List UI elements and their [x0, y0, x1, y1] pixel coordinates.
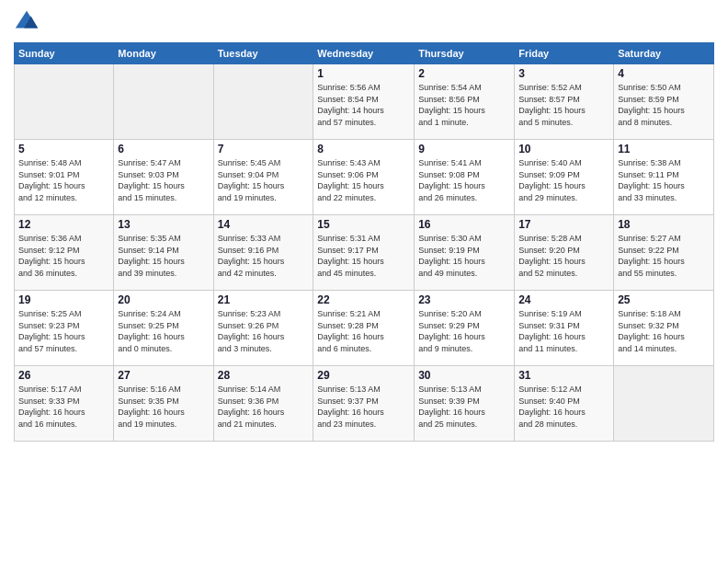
day-number: 11 — [618, 143, 710, 155]
calendar-cell — [614, 366, 714, 442]
day-info: Sunrise: 5:23 AMSunset: 9:26 PMDaylight:… — [218, 308, 310, 354]
day-number: 18 — [618, 218, 710, 231]
day-info: Sunrise: 5:31 AMSunset: 9:17 PMDaylight:… — [317, 233, 410, 279]
calendar-cell: 9Sunrise: 5:41 AMSunset: 9:08 PMDaylight… — [415, 140, 515, 215]
day-number: 22 — [317, 293, 410, 306]
week-row-4: 19Sunrise: 5:25 AMSunset: 9:23 PMDayligh… — [15, 291, 714, 366]
day-number: 27 — [118, 369, 209, 382]
day-info: Sunrise: 5:20 AMSunset: 9:29 PMDaylight:… — [418, 308, 510, 354]
day-info: Sunrise: 5:17 AMSunset: 9:33 PMDaylight:… — [18, 384, 109, 430]
day-number: 8 — [317, 143, 410, 155]
calendar-cell: 5Sunrise: 5:48 AMSunset: 9:01 PMDaylight… — [15, 140, 114, 215]
week-row-1: 1Sunrise: 5:56 AMSunset: 8:54 PMDaylight… — [15, 64, 714, 140]
day-info: Sunrise: 5:28 AMSunset: 9:20 PMDaylight:… — [518, 233, 609, 279]
logo-icon — [14, 9, 40, 35]
day-info: Sunrise: 5:56 AMSunset: 8:54 PMDaylight:… — [317, 82, 410, 128]
day-number: 19 — [18, 293, 109, 306]
day-number: 9 — [418, 143, 510, 155]
day-info: Sunrise: 5:50 AMSunset: 8:59 PMDaylight:… — [618, 82, 710, 128]
day-info: Sunrise: 5:35 AMSunset: 9:14 PMDaylight:… — [118, 233, 209, 279]
day-number: 13 — [118, 218, 209, 231]
calendar-cell: 31Sunrise: 5:12 AMSunset: 9:40 PMDayligh… — [515, 366, 614, 442]
day-info: Sunrise: 5:14 AMSunset: 9:36 PMDaylight:… — [218, 384, 310, 430]
day-info: Sunrise: 5:40 AMSunset: 9:09 PMDaylight:… — [518, 157, 609, 203]
calendar-cell: 21Sunrise: 5:23 AMSunset: 9:26 PMDayligh… — [213, 291, 313, 366]
day-info: Sunrise: 5:13 AMSunset: 9:39 PMDaylight:… — [418, 384, 510, 430]
logo — [14, 9, 41, 35]
calendar-cell: 11Sunrise: 5:38 AMSunset: 9:11 PMDayligh… — [614, 140, 714, 215]
calendar-cell: 30Sunrise: 5:13 AMSunset: 9:39 PMDayligh… — [415, 366, 515, 442]
calendar-cell: 15Sunrise: 5:31 AMSunset: 9:17 PMDayligh… — [313, 215, 415, 291]
day-info: Sunrise: 5:48 AMSunset: 9:01 PMDaylight:… — [18, 157, 109, 203]
calendar-cell: 27Sunrise: 5:16 AMSunset: 9:35 PMDayligh… — [114, 366, 213, 442]
day-info: Sunrise: 5:18 AMSunset: 9:32 PMDaylight:… — [618, 308, 710, 354]
page: SundayMondayTuesdayWednesdayThursdayFrid… — [0, 0, 728, 563]
day-info: Sunrise: 5:19 AMSunset: 9:31 PMDaylight:… — [518, 308, 609, 354]
calendar-cell: 17Sunrise: 5:28 AMSunset: 9:20 PMDayligh… — [515, 215, 614, 291]
day-number: 5 — [18, 143, 109, 155]
day-number: 12 — [18, 218, 109, 231]
day-number: 14 — [218, 218, 310, 231]
day-header-thursday: Thursday — [415, 43, 515, 64]
day-info: Sunrise: 5:25 AMSunset: 9:23 PMDaylight:… — [18, 308, 109, 354]
calendar-cell: 12Sunrise: 5:36 AMSunset: 9:12 PMDayligh… — [15, 215, 114, 291]
day-info: Sunrise: 5:12 AMSunset: 9:40 PMDaylight:… — [518, 384, 609, 430]
day-number: 25 — [618, 293, 710, 306]
calendar-cell: 23Sunrise: 5:20 AMSunset: 9:29 PMDayligh… — [415, 291, 515, 366]
calendar-cell: 18Sunrise: 5:27 AMSunset: 9:22 PMDayligh… — [614, 215, 714, 291]
calendar-cell: 24Sunrise: 5:19 AMSunset: 9:31 PMDayligh… — [515, 291, 614, 366]
day-header-friday: Friday — [515, 43, 614, 64]
day-number: 3 — [518, 67, 609, 80]
day-number: 29 — [317, 369, 410, 382]
calendar-cell: 10Sunrise: 5:40 AMSunset: 9:09 PMDayligh… — [515, 140, 614, 215]
day-info: Sunrise: 5:38 AMSunset: 9:11 PMDaylight:… — [618, 157, 710, 203]
day-info: Sunrise: 5:21 AMSunset: 9:28 PMDaylight:… — [317, 308, 410, 354]
calendar-cell — [213, 64, 313, 140]
day-number: 1 — [317, 67, 410, 80]
day-info: Sunrise: 5:41 AMSunset: 9:08 PMDaylight:… — [418, 157, 510, 203]
calendar-cell: 7Sunrise: 5:45 AMSunset: 9:04 PMDaylight… — [213, 140, 313, 215]
day-number: 6 — [118, 143, 209, 155]
day-info: Sunrise: 5:33 AMSunset: 9:16 PMDaylight:… — [218, 233, 310, 279]
day-info: Sunrise: 5:43 AMSunset: 9:06 PMDaylight:… — [317, 157, 410, 203]
day-number: 4 — [618, 67, 710, 80]
calendar-cell — [114, 64, 213, 140]
day-header-saturday: Saturday — [614, 43, 714, 64]
week-row-5: 26Sunrise: 5:17 AMSunset: 9:33 PMDayligh… — [15, 366, 714, 442]
calendar-cell: 19Sunrise: 5:25 AMSunset: 9:23 PMDayligh… — [15, 291, 114, 366]
calendar-cell: 26Sunrise: 5:17 AMSunset: 9:33 PMDayligh… — [15, 366, 114, 442]
calendar-cell: 29Sunrise: 5:13 AMSunset: 9:37 PMDayligh… — [313, 366, 415, 442]
calendar-cell: 13Sunrise: 5:35 AMSunset: 9:14 PMDayligh… — [114, 215, 213, 291]
day-number: 7 — [218, 143, 310, 155]
day-info: Sunrise: 5:47 AMSunset: 9:03 PMDaylight:… — [118, 157, 209, 203]
day-number: 21 — [218, 293, 310, 306]
day-number: 24 — [518, 293, 609, 306]
day-number: 17 — [518, 218, 609, 231]
week-row-2: 5Sunrise: 5:48 AMSunset: 9:01 PMDaylight… — [15, 140, 714, 215]
day-number: 16 — [418, 218, 510, 231]
day-number: 31 — [518, 369, 609, 382]
week-row-3: 12Sunrise: 5:36 AMSunset: 9:12 PMDayligh… — [15, 215, 714, 291]
calendar-cell: 14Sunrise: 5:33 AMSunset: 9:16 PMDayligh… — [213, 215, 313, 291]
day-info: Sunrise: 5:54 AMSunset: 8:56 PMDaylight:… — [418, 82, 510, 128]
calendar-cell: 4Sunrise: 5:50 AMSunset: 8:59 PMDaylight… — [614, 64, 714, 140]
calendar-header: SundayMondayTuesdayWednesdayThursdayFrid… — [15, 43, 714, 64]
day-info: Sunrise: 5:27 AMSunset: 9:22 PMDaylight:… — [618, 233, 710, 279]
day-info: Sunrise: 5:13 AMSunset: 9:37 PMDaylight:… — [317, 384, 410, 430]
calendar: SundayMondayTuesdayWednesdayThursdayFrid… — [14, 42, 714, 442]
days-header-row: SundayMondayTuesdayWednesdayThursdayFrid… — [15, 43, 714, 64]
day-number: 20 — [118, 293, 209, 306]
day-header-wednesday: Wednesday — [313, 43, 415, 64]
day-info: Sunrise: 5:30 AMSunset: 9:19 PMDaylight:… — [418, 233, 510, 279]
day-number: 30 — [418, 369, 510, 382]
calendar-cell: 22Sunrise: 5:21 AMSunset: 9:28 PMDayligh… — [313, 291, 415, 366]
calendar-cell: 2Sunrise: 5:54 AMSunset: 8:56 PMDaylight… — [415, 64, 515, 140]
calendar-cell — [15, 64, 114, 140]
calendar-cell: 16Sunrise: 5:30 AMSunset: 9:19 PMDayligh… — [415, 215, 515, 291]
day-info: Sunrise: 5:52 AMSunset: 8:57 PMDaylight:… — [518, 82, 609, 128]
day-header-sunday: Sunday — [15, 43, 114, 64]
calendar-body: 1Sunrise: 5:56 AMSunset: 8:54 PMDaylight… — [15, 64, 714, 442]
day-number: 26 — [18, 369, 109, 382]
day-number: 10 — [518, 143, 609, 155]
calendar-cell: 6Sunrise: 5:47 AMSunset: 9:03 PMDaylight… — [114, 140, 213, 215]
